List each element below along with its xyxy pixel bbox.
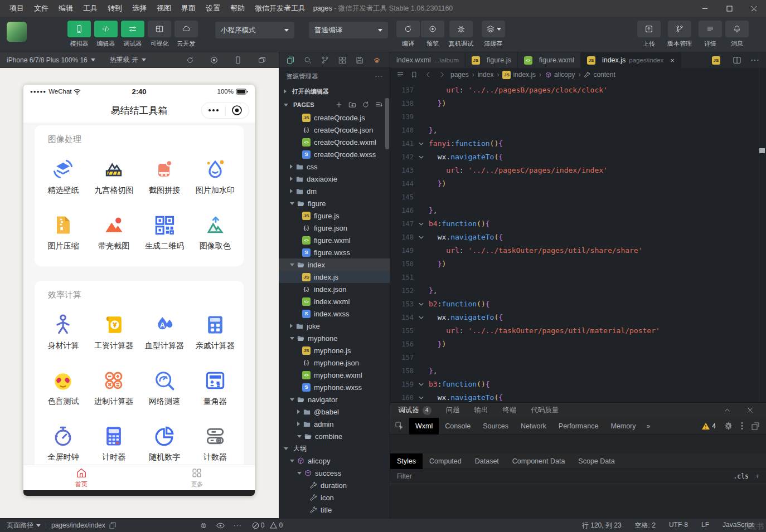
warning-counter[interactable]: 4 (702, 422, 716, 430)
editor-tab-figure.wxml[interactable]: <>figure.wxml (518, 52, 581, 68)
tool-item-精选壁纸[interactable]: 精选壁纸 (38, 148, 89, 204)
tree-item-@babel[interactable]: @babel (279, 406, 390, 418)
menu-item-5[interactable]: 选择 (127, 0, 152, 17)
tool-item-血型计算器[interactable]: A血型计算器 (139, 304, 190, 359)
statusbar-segment-0[interactable]: 行 120, 列 23 (582, 521, 622, 530)
debugger-tab-问题[interactable]: 问题 (446, 406, 460, 415)
add-rule-icon[interactable]: + (755, 472, 759, 480)
device-select[interactable]: iPhone 6/7/8 Plus 100% 16 (7, 56, 88, 64)
tree-item-myphone.js[interactable]: JSmyphone.js (279, 344, 390, 357)
tool-item-进制计算器[interactable]: 进制计算器 (89, 359, 139, 415)
tree-item-index.js[interactable]: JSindex.js (279, 271, 390, 283)
save-icon[interactable] (351, 52, 368, 68)
collapse-panel-icon[interactable] (724, 407, 731, 414)
tool-item-计数器[interactable]: 计数器 (190, 415, 240, 465)
compile-select[interactable]: 普通编译 (309, 22, 388, 38)
kebab-menu-icon[interactable] (741, 422, 743, 430)
tool-item-计时器[interactable]: 计时器 (89, 415, 139, 465)
list-icon[interactable] (396, 71, 404, 79)
arrow-left-icon[interactable] (424, 71, 432, 79)
tree-item-myphone.wxml[interactable]: <>myphone.wxml (279, 369, 390, 381)
toolbar-button-云开发[interactable]: 云开发 (173, 21, 200, 52)
open-editors-section[interactable]: 打开的编辑器 (279, 85, 390, 98)
tool-item-图片加水印[interactable]: 图片加水印 (190, 148, 240, 204)
tree-item-navigator[interactable]: navigator (279, 393, 390, 406)
toolbar-button-预览[interactable]: 预览 (420, 21, 445, 52)
tree-item-myphone[interactable]: myphone (279, 332, 390, 344)
tree-item-index.wxss[interactable]: Sindex.wxss (279, 308, 390, 320)
stop-icon[interactable] (210, 56, 219, 65)
close-miniapp-icon[interactable] (226, 105, 249, 116)
toolbar-button-编辑器[interactable]: 编辑器 (93, 21, 119, 52)
user-avatar[interactable] (7, 22, 27, 42)
branch-icon[interactable] (316, 52, 333, 68)
tool-item-网络测速[interactable]: 网络测速 (139, 359, 190, 415)
devtools-tab-Performance[interactable]: Performance (552, 418, 605, 435)
editor-tab-figure.js[interactable]: JSfigure.js (466, 52, 518, 68)
tree-item-index[interactable]: index (279, 258, 390, 271)
error-counter[interactable]: 0 (252, 521, 265, 529)
debug-status-icon[interactable] (200, 521, 207, 529)
pages-section[interactable]: PAGES (279, 98, 390, 111)
editor-scrollbar[interactable] (759, 148, 765, 153)
toolbar-button-清缓存[interactable]: 清缓存 (477, 21, 510, 52)
tool-item-全屏时钟[interactable]: 全屏时钟 (38, 415, 89, 465)
statusbar-segment-2[interactable]: UTF-8 (669, 521, 688, 530)
collapse-icon[interactable] (375, 101, 383, 109)
outline-section[interactable]: 大纲 (279, 442, 390, 455)
breadcrumb-item-alicopy[interactable]: alicopy (545, 71, 575, 79)
minimize-icon[interactable] (692, 0, 717, 17)
toolbar-button-真机调试[interactable]: 真机调试 (445, 21, 477, 52)
toolbar-button-可视化[interactable]: 可视化 (146, 21, 173, 52)
breadcrumb-item-pages[interactable]: pages (450, 71, 469, 79)
devtools-tab-Sources[interactable]: Sources (477, 418, 515, 435)
devtools-tab-Console[interactable]: Console (439, 418, 477, 435)
styles-tab-Styles[interactable]: Styles (390, 453, 423, 469)
tree-item-daxiaoxie[interactable]: daxiaoxie (279, 173, 390, 185)
fold-chevron-icon[interactable] (414, 378, 429, 391)
more-menu-icon[interactable] (202, 109, 225, 112)
tree-item-index.wxml[interactable]: <>index.wxml (279, 295, 390, 308)
fold-chevron-icon[interactable] (414, 137, 429, 150)
breadcrumb-item-content[interactable]: content (584, 71, 615, 79)
tree-item-admin[interactable]: admin (279, 418, 390, 430)
filter-input[interactable]: Filter (397, 472, 412, 480)
tree-item-figure.wxss[interactable]: Sfigure.wxss (279, 246, 390, 258)
warning-counter-status[interactable]: 0 (270, 521, 283, 529)
fold-chevron-icon[interactable] (414, 391, 429, 402)
tree-item-joke[interactable]: joke (279, 320, 390, 332)
devtools-tab-Wxml[interactable]: Wxml (409, 418, 439, 435)
new-file-icon[interactable] (335, 101, 343, 109)
more-status-icon[interactable]: ··· (234, 521, 242, 529)
tool-item-色盲测试[interactable]: 色盲测试 (38, 359, 89, 415)
wxml-tree-pane[interactable] (390, 435, 766, 453)
menu-item-9[interactable]: 帮助 (225, 0, 250, 17)
tool-item-量角器[interactable]: 量角器 (190, 359, 240, 415)
tabbar-item-更多[interactable]: 更多 (139, 465, 255, 490)
refresh-small-icon[interactable] (362, 101, 370, 109)
tree-item-createQrcode.js[interactable]: JScreateQrcode.js (279, 111, 390, 124)
tabbar-item-首页[interactable]: 首页 (23, 465, 139, 490)
close-tab-icon[interactable]: × (670, 56, 675, 65)
devtools-tab-Memory[interactable]: Memory (604, 418, 642, 435)
tree-item-createQrcode.wxml[interactable]: <>createQrcode.wxml (279, 136, 390, 148)
toolbar-button-模拟器[interactable]: 模拟器 (66, 21, 93, 52)
page-path-select[interactable]: 页面路径 (7, 521, 33, 530)
tree-item-title[interactable]: title (279, 504, 390, 516)
tree-item-success[interactable]: success (279, 467, 390, 479)
toolbar-button-消息[interactable]: 消息 (724, 21, 750, 52)
tree-item-css[interactable]: css (279, 160, 390, 173)
tree-item-dm[interactable]: dm (279, 185, 390, 197)
mode-select[interactable]: 小程序模式 (215, 22, 294, 38)
code-area[interactable]: 137url: '../../pagesB/pages/clock/clock'… (390, 81, 766, 402)
tree-item-duration[interactable]: duration (279, 479, 390, 491)
editor-tab-index.wxml[interactable]: index.wxml...\album (390, 52, 466, 68)
search-icon[interactable] (299, 52, 316, 68)
fold-chevron-icon[interactable] (414, 311, 429, 324)
tree-item-createQrcode.json[interactable]: {.}createQrcode.json (279, 124, 390, 136)
tree-item-myphone.wxss[interactable]: Smyphone.wxss (279, 381, 390, 393)
fold-chevron-icon[interactable] (414, 150, 429, 164)
menu-item-0[interactable]: 项目 (4, 0, 29, 17)
tool-item-亲戚计算器[interactable]: 亲戚计算器 (190, 304, 240, 359)
tree-item-index.json[interactable]: {.}index.json (279, 283, 390, 295)
